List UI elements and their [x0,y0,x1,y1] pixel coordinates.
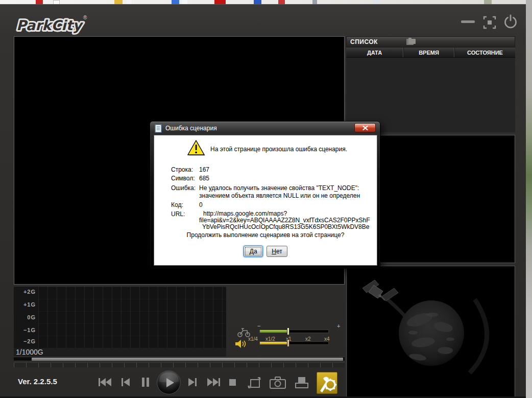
skip-start-icon [99,378,111,386]
play-button[interactable] [157,370,181,394]
dialog-close-button[interactable] [354,123,376,132]
gsensor-chart [38,287,226,348]
volume-slider[interactable] [259,341,329,345]
timeline-thumb[interactable] [32,358,343,361]
axis-label: 0G [27,314,36,320]
snapshot-button[interactable] [269,376,286,389]
print-icon [296,377,308,388]
close-icon [362,126,368,130]
timeline-ruler [14,362,345,367]
field-value: 685 [199,175,209,182]
field-value: http://maps.google.com/maps? file=api&v=… [199,210,370,230]
gps-satellite-panel [346,266,515,398]
axis-label: +2G [23,289,36,295]
field-value: 167 [199,166,209,173]
power-icon [505,15,516,28]
error-message: На этой странице произошла ошибка сценар… [210,146,347,153]
settings-button[interactable] [317,372,337,394]
field-label: Код: [171,201,183,208]
dialog-question: Продолжить выполнение сценариев на этой … [154,231,377,239]
desktop-wallpaper-strip [526,0,532,398]
print-button[interactable] [294,376,310,389]
script-error-dialog: Ошибка сценария На этой странице произош… [150,121,380,269]
rotate-view-button[interactable] [246,375,262,390]
list-column-headers: ДАТА ВРЕМЯ СОСТОЯНИЕ [346,48,515,57]
warning-triangle-icon [187,140,206,157]
fast-forward-button[interactable] [206,376,221,388]
minimize-button[interactable] [461,20,475,23]
play-icon [165,378,175,388]
column-header-status[interactable]: СОСТОЯНИЕ [454,48,515,57]
rotate-view-icon [248,377,261,388]
snapshot-camera-icon [270,377,285,388]
volume-slider-fill [260,342,289,344]
script-document-icon [155,124,162,133]
no-button[interactable]: Нет [267,246,287,257]
fullscreen-button[interactable] [482,15,497,30]
skip-start-button[interactable] [98,376,113,388]
speed-increase-button[interactable]: + [337,323,340,329]
column-header-time[interactable]: ВРЕМЯ [403,48,454,57]
pause-button[interactable] [141,376,150,388]
axis-label: +1G [23,301,36,308]
field-value: 0 [199,201,203,208]
speed-decrease-button[interactable]: − [257,323,260,329]
speed-label: x1/4 [248,336,258,342]
gsensor-axis-labels: +2G +1G 0G −1G −2G [14,287,38,348]
volume-slider-thumb[interactable] [287,339,289,347]
speaker-icon[interactable] [234,339,247,349]
dialog-body: На этой странице произошла ошибка сценар… [154,135,377,266]
next-frame-icon [188,378,197,386]
logo-text: ParkCity [16,17,84,33]
axis-label: −2G [23,338,36,344]
field-label: URL: [171,210,185,218]
yes-button[interactable]: Да [244,246,263,257]
field-label: Символ: [171,175,195,182]
field-label: Строка: [171,166,193,173]
dialog-buttons: Да Нет [154,246,377,257]
next-frame-button[interactable] [187,376,198,388]
screen: ParkCity ® СПИСОК ДАТА ВРЕМ [0,0,532,398]
satellite-icon [362,280,398,301]
speed-slider-fill [260,330,289,333]
timeline-scrollbar[interactable] [14,357,345,361]
speed-slider-thumb[interactable] [287,327,289,335]
dialog-titlebar[interactable]: Ошибка сценария [150,122,380,135]
stop-icon [229,379,236,386]
dialog-title: Ошибка сценария [165,125,217,132]
power-button[interactable] [502,14,519,30]
speed-slider[interactable] [259,330,329,333]
settings-wrench-gear-icon [318,373,336,393]
logo-registered-mark: ® [83,15,87,20]
parkcity-logo: ParkCity ® [13,11,95,37]
list-panel-title: СПИСОК [347,38,378,45]
pause-icon [142,378,149,387]
gsensor-unit-label: 1/1000G [14,348,226,357]
axis-label: −1G [23,327,36,333]
prev-frame-icon [122,378,130,386]
folder-icon[interactable] [406,39,417,45]
list-panel-header: СПИСОК [346,36,515,48]
field-value: Не удалось получить значение свойства "T… [199,184,360,200]
fast-forward-icon [207,378,220,386]
earth-image [348,268,513,397]
column-header-date[interactable]: ДАТА [346,48,403,57]
stop-button[interactable] [229,379,236,386]
field-label: Ошибка: [171,184,196,192]
version-label: Ver. 2.2.5.5 [18,377,57,386]
prev-frame-button[interactable] [120,376,131,388]
